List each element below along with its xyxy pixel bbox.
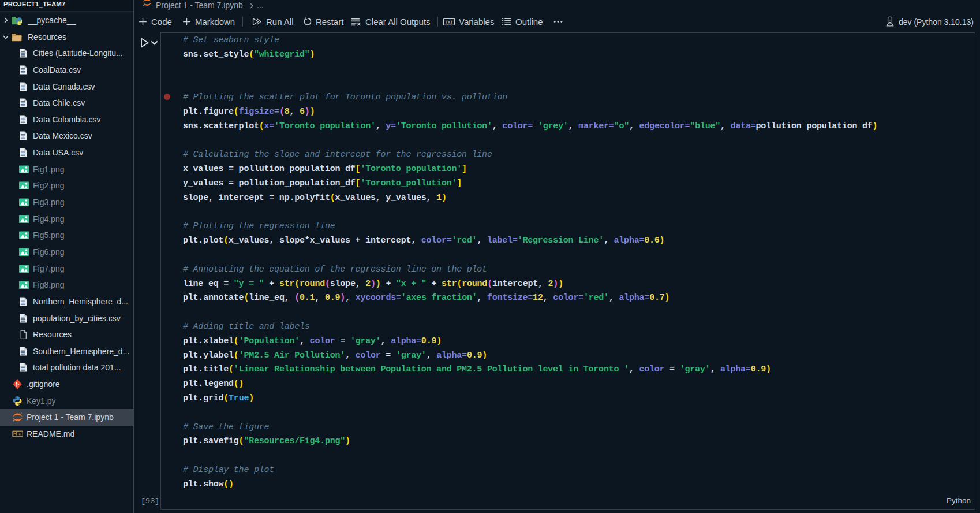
svg-text:(x): (x) [446, 19, 452, 25]
